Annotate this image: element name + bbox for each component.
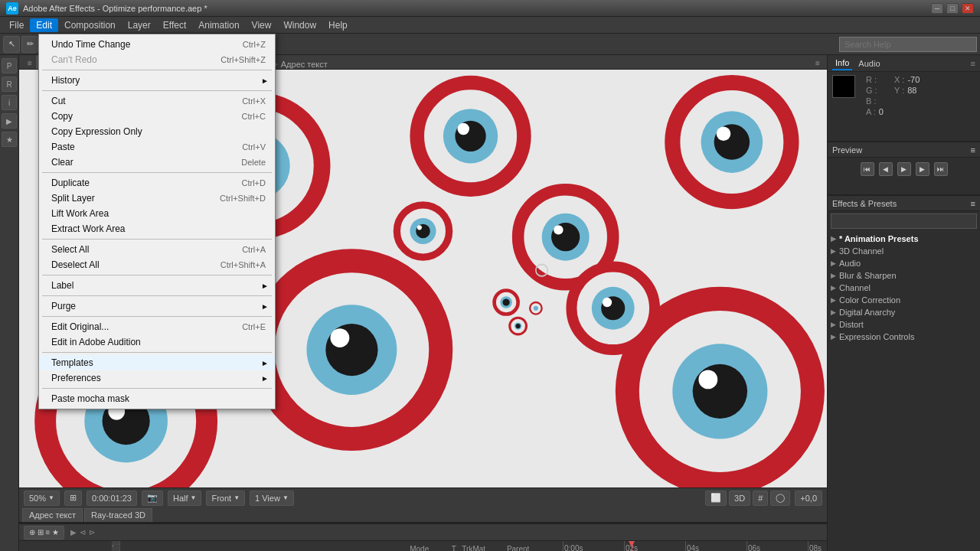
menu-item-select-all[interactable]: Select AllCtrl+A bbox=[39, 242, 275, 257]
menu-item-label: Cut bbox=[51, 96, 242, 106]
menu-separator bbox=[42, 388, 272, 389]
menu-item-label[interactable]: Label bbox=[39, 278, 275, 293]
menu-item-deselect-all[interactable]: Deselect AllCtrl+Shift+A bbox=[39, 257, 275, 272]
menu-separator bbox=[42, 70, 272, 70]
menu-item-paste-mocha-mask[interactable]: Paste mocha mask bbox=[39, 391, 275, 406]
menu-item-shortcut: Ctrl+Shift+D bbox=[220, 194, 266, 203]
menu-item-undo-time-change[interactable]: Undo Time ChangeCtrl+Z bbox=[39, 37, 275, 52]
menu-separator bbox=[42, 295, 272, 296]
menu-item-label: Undo Time Change bbox=[51, 39, 243, 50]
menu-item-shortcut: Ctrl+Z bbox=[243, 40, 266, 49]
menu-separator bbox=[42, 275, 272, 276]
menu-item-label: Copy bbox=[51, 111, 242, 122]
menu-item-label: Edit in Adobe Audition bbox=[51, 337, 266, 347]
menu-item-label: Clear bbox=[51, 157, 241, 168]
menu-separator bbox=[42, 172, 272, 173]
menu-item-templates[interactable]: Templates bbox=[39, 355, 275, 370]
menu-item-cut[interactable]: CutCtrl+X bbox=[39, 93, 275, 109]
menu-item-label: Select All bbox=[51, 244, 242, 255]
menu-item-paste[interactable]: PasteCtrl+V bbox=[39, 139, 275, 155]
menu-item-label: Deselect All bbox=[51, 259, 220, 270]
menu-item-label: Lift Work Area bbox=[51, 208, 266, 219]
menu-item-label: Paste mocha mask bbox=[51, 393, 266, 404]
menu-item-label: Templates bbox=[51, 357, 266, 368]
menu-separator bbox=[42, 239, 272, 240]
menu-item-label: Label bbox=[51, 280, 266, 291]
menu-item-copy[interactable]: CopyCtrl+C bbox=[39, 109, 275, 124]
menu-item-shortcut: Ctrl+D bbox=[242, 178, 266, 187]
menu-item-label: Edit Original... bbox=[51, 321, 242, 332]
menu-item-shortcut: Ctrl+C bbox=[242, 112, 266, 121]
menu-item-preferences[interactable]: Preferences bbox=[39, 370, 275, 386]
menu-item-label: Copy Expression Only bbox=[51, 126, 266, 137]
menu-item-label: Duplicate bbox=[51, 178, 242, 188]
menu-item-edit-original[interactable]: Edit Original...Ctrl+E bbox=[39, 319, 275, 334]
menu-item-label: Paste bbox=[51, 142, 242, 152]
menu-item-shortcut: Ctrl+X bbox=[242, 96, 266, 106]
menu-item-shortcut: Ctrl+V bbox=[242, 142, 266, 152]
edit-menu-dropdown: Undo Time ChangeCtrl+ZCan't RedoCtrl+Shi… bbox=[38, 34, 276, 409]
menu-item-history[interactable]: History bbox=[39, 73, 275, 88]
menu-item-lift-work-area[interactable]: Lift Work Area bbox=[39, 206, 275, 221]
menu-item-label: Split Layer bbox=[51, 193, 220, 204]
menu-item-shortcut: Ctrl+A bbox=[242, 245, 266, 254]
menu-item-label: Can't Redo bbox=[51, 54, 220, 65]
menu-item-split-layer[interactable]: Split LayerCtrl+Shift+D bbox=[39, 191, 275, 206]
menu-item-cant-redo: Can't RedoCtrl+Shift+Z bbox=[39, 52, 275, 67]
menu-item-label: Purge bbox=[51, 301, 266, 311]
menu-item-shortcut: Ctrl+E bbox=[242, 322, 266, 331]
menu-item-shortcut: Delete bbox=[241, 158, 266, 167]
menu-separator bbox=[42, 316, 272, 317]
menu-item-shortcut: Ctrl+Shift+A bbox=[220, 260, 266, 269]
menu-item-copy-expression-only[interactable]: Copy Expression Only bbox=[39, 124, 275, 139]
menu-separator bbox=[42, 352, 272, 353]
menu-item-clear[interactable]: ClearDelete bbox=[39, 155, 275, 170]
menu-item-label: Preferences bbox=[51, 373, 266, 383]
menu-item-purge[interactable]: Purge bbox=[39, 298, 275, 314]
menu-item-edit-in-adobe-audition[interactable]: Edit in Adobe Audition bbox=[39, 334, 275, 350]
menu-item-duplicate[interactable]: DuplicateCtrl+D bbox=[39, 175, 275, 191]
menu-item-label: History bbox=[51, 75, 266, 86]
menu-item-label: Extract Work Area bbox=[51, 223, 266, 234]
menu-item-extract-work-area[interactable]: Extract Work Area bbox=[39, 221, 275, 236]
menu-item-shortcut: Ctrl+Shift+Z bbox=[220, 55, 266, 64]
menu-separator bbox=[42, 90, 272, 91]
